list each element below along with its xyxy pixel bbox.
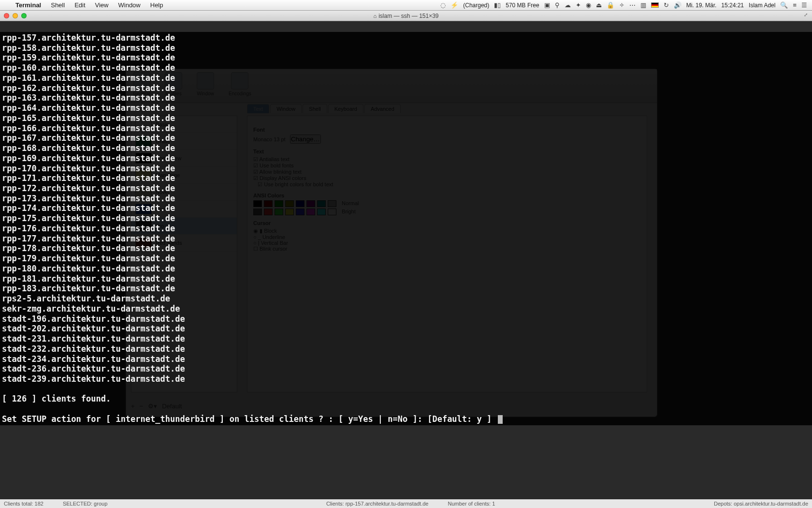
app-name[interactable]: Terminal [11, 1, 46, 9]
menu-help[interactable]: Help [145, 1, 168, 9]
battery-icon[interactable]: ▮▯ [494, 1, 501, 9]
menu-extra-icon[interactable]: ☰ [801, 1, 807, 9]
current-client: Clients: rpp-157.architektur.tu-darmstad… [326, 501, 429, 507]
lock-icon[interactable]: 🔒 [607, 1, 614, 9]
key-icon[interactable]: ⚲ [555, 1, 560, 9]
hidden-status-strip: Clients total: 182 SELECTED: group Clien… [0, 499, 812, 508]
home-icon: ⌂ [373, 13, 377, 19]
menu-view[interactable]: View [90, 1, 114, 9]
menubar-user[interactable]: Islam Adel [749, 2, 775, 9]
battery2-icon[interactable]: ▥ [640, 1, 646, 9]
dots-icon[interactable]: ⋯ [629, 1, 636, 9]
battery-status[interactable]: (Charged) [463, 2, 489, 9]
num-clients: Number of clients: 1 [448, 501, 495, 507]
minimize-button[interactable] [13, 13, 18, 18]
evernote-icon[interactable]: ✦ [576, 1, 581, 9]
terminal-window: General Profiles Window Encodings Text W… [0, 11, 812, 508]
window-title: ⌂islam — ssh — 151×39 [0, 13, 812, 19]
menubar-time[interactable]: 15:24:21 [721, 2, 744, 9]
clients-total: Clients total: 182 [4, 501, 44, 507]
fullscreen-icon[interactable]: ⤢ [804, 12, 811, 19]
cloud-icon[interactable]: ☁ [565, 1, 571, 9]
camera-icon[interactable]: ▣ [544, 1, 550, 9]
depots: Depots: opsi.architektur.tu-darmstadt.de [714, 501, 808, 507]
zoom-button[interactable] [21, 13, 27, 18]
cursor-block-icon [498, 415, 503, 424]
timemachine-icon[interactable]: ↻ [664, 1, 669, 9]
macos-menubar: Terminal Shell Edit View Window Help ◌ ⚡… [0, 0, 812, 11]
charging-icon[interactable]: ⚡ [450, 1, 458, 9]
mem-free[interactable]: 570 MB Free [506, 2, 539, 9]
terminal-count-line: [ 126 ] clients found. [2, 394, 111, 403]
menu-window[interactable]: Window [114, 1, 145, 9]
volume-icon[interactable]: 🔊 [674, 1, 682, 9]
menu-edit[interactable]: Edit [70, 1, 90, 9]
window-titlebar[interactable]: ⌂islam — ssh — 151×39 ⤢ [0, 11, 812, 21]
terminal-prompt[interactable]: Set SETUP action for [ internet_thunderb… [2, 414, 497, 424]
input-flag-de[interactable] [651, 2, 659, 8]
terminal-viewport[interactable]: rpp-157.architektur.tu-darmstadt.de rpp-… [0, 32, 812, 425]
close-button[interactable] [4, 13, 9, 18]
spotlight-icon[interactable]: 🔍 [780, 1, 788, 9]
sync-icon[interactable]: ◌ [440, 1, 446, 9]
eject-icon[interactable]: ⏏ [596, 1, 602, 9]
app-icon[interactable]: ◉ [586, 1, 591, 9]
selected-group: SELECTED: group [63, 501, 107, 507]
wifi-icon[interactable]: ✧ [619, 1, 624, 9]
notification-icon[interactable]: ≡ [793, 1, 797, 9]
menu-shell[interactable]: Shell [46, 1, 70, 9]
menubar-date[interactable]: Mi. 19. Mär. [686, 2, 717, 9]
